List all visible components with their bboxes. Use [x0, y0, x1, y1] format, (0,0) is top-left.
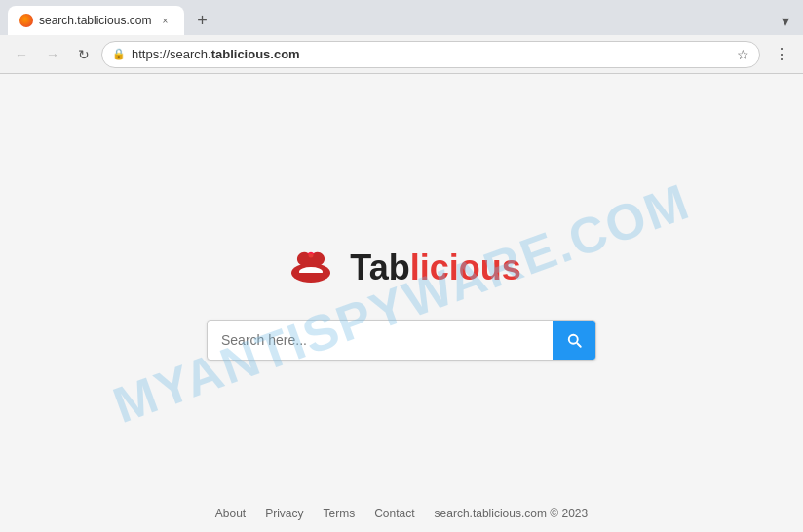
forward-button[interactable]: → — [39, 41, 66, 68]
page-footer: About Privacy Terms Contact search.tabli… — [0, 495, 803, 532]
tab-bar: search.tablicious.com × + ▾ — [0, 0, 803, 35]
logo-tab-text: Tab — [350, 247, 409, 287]
address-text: https://search.tablicious.com — [132, 47, 727, 61]
logo-icon — [282, 247, 340, 290]
tab-close-button[interactable]: × — [157, 13, 172, 28]
search-input[interactable] — [208, 323, 553, 358]
lock-icon: 🔒 — [112, 48, 126, 60]
search-container — [207, 320, 596, 361]
tab-favicon — [19, 14, 33, 27]
browser-chrome: search.tablicious.com × + ▾ ← → ↻ 🔒 http… — [0, 0, 803, 74]
list-tabs-button[interactable]: ▾ — [776, 11, 795, 30]
back-button[interactable]: ← — [8, 41, 35, 68]
watermark-text: MYANTISPYWARE.COM — [105, 171, 697, 435]
footer-privacy-link[interactable]: Privacy — [265, 507, 303, 520]
active-tab[interactable]: search.tablicious.com × — [8, 6, 184, 35]
search-icon — [565, 331, 583, 349]
footer-about-link[interactable]: About — [215, 507, 246, 520]
bookmark-star-icon[interactable]: ☆ — [737, 47, 749, 62]
search-button[interactable] — [553, 321, 595, 360]
browser-menu-button[interactable]: ⋮ — [768, 41, 795, 68]
reload-button[interactable]: ↻ — [70, 41, 97, 68]
tab-title: search.tablicious.com — [39, 14, 151, 27]
footer-terms-link[interactable]: Terms — [324, 507, 356, 520]
new-tab-button[interactable]: + — [188, 7, 215, 34]
logo-text: Tablicious — [350, 247, 520, 288]
footer-copyright: search.tablicious.com © 2023 — [435, 507, 589, 520]
logo-licious-text: licious — [410, 247, 521, 287]
address-bar[interactable]: 🔒 https://search.tablicious.com ☆ — [101, 41, 760, 68]
logo-area: Tablicious — [282, 247, 520, 290]
page-content: MYANTISPYWARE.COM Tablicious — [0, 74, 803, 532]
nav-bar: ← → ↻ 🔒 https://search.tablicious.com ☆ … — [0, 35, 803, 74]
tab-bar-right: ▾ — [776, 11, 795, 30]
footer-contact-link[interactable]: Contact — [374, 507, 414, 520]
